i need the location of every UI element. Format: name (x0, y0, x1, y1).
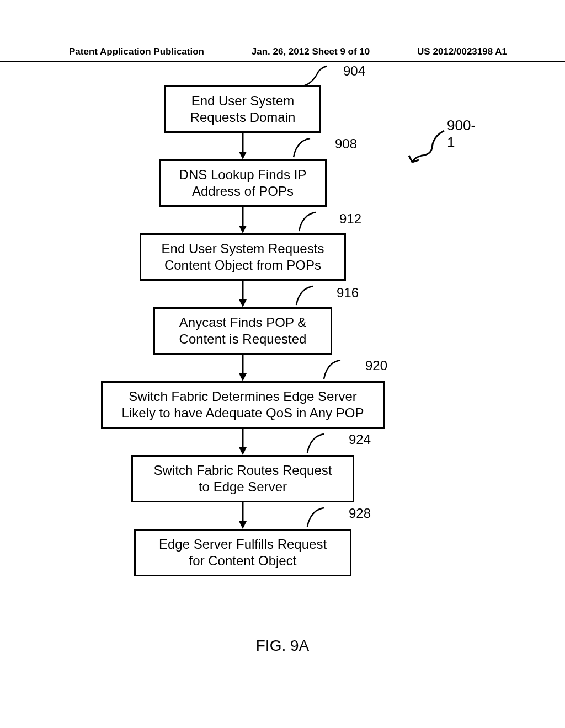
leader-908 (291, 136, 329, 158)
arrow-904-908 (237, 133, 248, 159)
ref-904: 904 (343, 63, 365, 79)
header-left: Patent Application Publication (69, 46, 204, 57)
header-right: US 2012/0023198 A1 (417, 46, 507, 57)
leader-924 (305, 432, 343, 454)
svg-marker-7 (239, 373, 247, 381)
arrow-920-924 (237, 429, 248, 455)
arrow-924-928 (237, 502, 248, 529)
figure-label: FIG. 9A (0, 637, 565, 655)
header-center: Jan. 26, 2012 Sheet 9 of 10 (252, 46, 370, 57)
svg-marker-9 (239, 447, 247, 455)
box-928: Edge Server Fulfills Request for Content… (134, 529, 351, 576)
box-924: Switch Fabric Routes Request to Edge Ser… (131, 455, 354, 502)
step-916: 916 Anycast Finds POP & Content is Reque… (153, 307, 332, 381)
page-header: Patent Application Publication Jan. 26, … (0, 46, 565, 62)
svg-marker-3 (239, 226, 247, 233)
svg-marker-5 (239, 299, 247, 307)
leader-920 (321, 358, 360, 380)
leader-912 (296, 210, 335, 232)
box-912: End User System Requests Content Object … (140, 233, 346, 281)
svg-marker-1 (239, 152, 247, 159)
ref-920: 920 (365, 358, 387, 373)
ref-924: 924 (349, 432, 371, 447)
arrow-916-920 (237, 355, 248, 381)
page: Patent Application Publication Jan. 26, … (0, 0, 565, 728)
leader-916 (294, 284, 332, 306)
svg-marker-11 (239, 521, 247, 529)
ref-908: 908 (335, 136, 357, 152)
box-908: DNS Lookup Finds IP Address of POPs (159, 159, 327, 207)
flowchart: 904 End User System Requests Domain 908 … (88, 85, 397, 576)
leader-904 (302, 63, 340, 88)
overall-ref-label: 900-1 (447, 117, 476, 151)
step-928: 928 Edge Server Fulfills Request for Con… (134, 529, 351, 576)
box-916: Anycast Finds POP & Content is Requested (153, 307, 332, 355)
ref-916: 916 (337, 285, 359, 301)
arrow-912-916 (237, 281, 248, 307)
leader-928 (305, 506, 343, 528)
arrow-908-912 (237, 207, 248, 233)
box-904: End User System Requests Domain (164, 85, 321, 133)
box-920: Switch Fabric Determines Edge Server Lik… (101, 381, 385, 429)
ref-928: 928 (349, 506, 371, 521)
ref-912: 912 (339, 211, 361, 227)
